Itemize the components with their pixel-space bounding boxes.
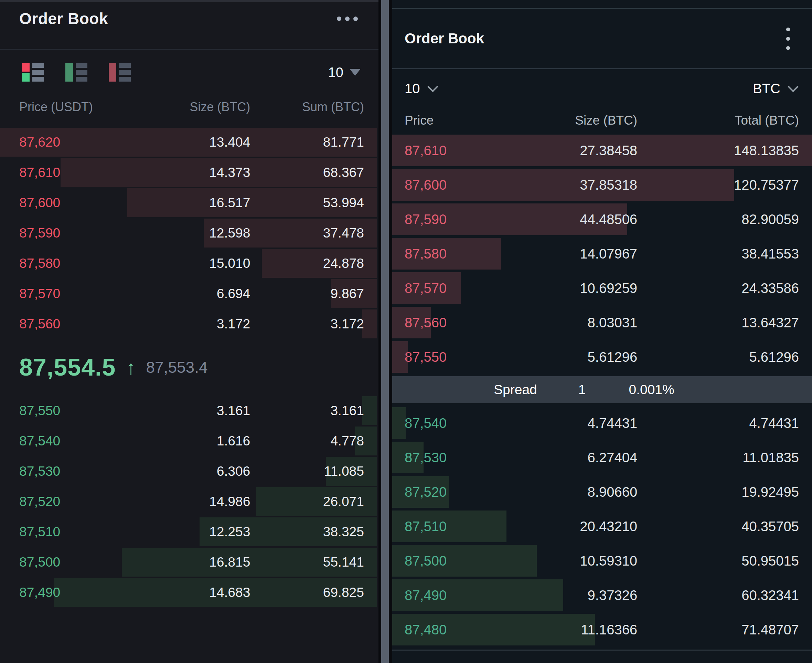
- ask-row[interactable]: 87,5603.1723.172: [0, 309, 378, 339]
- bid-row[interactable]: 87,5404.744314.74431: [392, 406, 812, 440]
- size-cell: 11.16366: [523, 622, 637, 637]
- sum-cell: 3.172: [250, 316, 364, 332]
- ask-row[interactable]: 87,62013.40481.771: [0, 127, 378, 157]
- spread-row: Spread 1 0.001%: [392, 376, 812, 403]
- price-cell: 87,570: [19, 286, 137, 301]
- both-view-bars: [32, 63, 44, 82]
- bid-row[interactable]: 87,4909.3732660.32341: [392, 578, 812, 613]
- ellipsis-horizontal-icon[interactable]: [337, 16, 358, 21]
- order-book-panel-right: Order Book 10 BTC Price Size (BTC) Total…: [392, 0, 812, 663]
- price-column-header: Price (USDT): [19, 100, 137, 114]
- ask-row[interactable]: 87,58015.01024.878: [0, 248, 378, 278]
- ask-row[interactable]: 87,60037.85318120.75377: [392, 168, 812, 202]
- right-panel-bottom-divider: [392, 650, 812, 651]
- left-asks-list: 87,62013.40481.77187,61014.37368.36787,6…: [0, 127, 378, 339]
- sum-cell: 71.48707: [637, 622, 799, 637]
- price-cell: 87,580: [19, 256, 137, 271]
- price-cell: 87,530: [19, 464, 137, 479]
- size-cell: 6.27404: [523, 450, 637, 466]
- size-cell: 16.517: [137, 195, 250, 210]
- sum-cell: 4.778: [250, 433, 364, 448]
- bid-row[interactable]: 87,50010.5931050.95015: [392, 543, 812, 578]
- bids-view-color-column: [65, 63, 73, 82]
- ask-row[interactable]: 87,59012.59837.478: [0, 218, 378, 248]
- sum-cell: 55.141: [250, 555, 364, 570]
- ask-row[interactable]: 87,5706.6949.867: [0, 278, 378, 309]
- price-cell: 87,560: [405, 315, 523, 330]
- ask-row[interactable]: 87,60016.51753.994: [0, 188, 378, 218]
- bid-row[interactable]: 87,51012.25338.325: [0, 517, 378, 547]
- sum-cell: 81.771: [250, 134, 364, 150]
- size-cell: 12.253: [137, 524, 250, 539]
- size-cell: 12.598: [137, 225, 250, 241]
- price-cell: 87,500: [19, 555, 137, 570]
- bid-row[interactable]: 87,48011.1636671.48707: [392, 613, 812, 647]
- book-both-sides-view-icon[interactable]: [22, 63, 39, 82]
- sum-cell: 50.95015: [637, 553, 799, 569]
- bid-row[interactable]: 87,5306.30611.085: [0, 456, 378, 487]
- price-cell: 87,480: [405, 622, 523, 637]
- spread-label: Spread: [494, 382, 537, 397]
- asks-view-color-column: [109, 63, 116, 82]
- price-cell: 87,490: [19, 585, 137, 600]
- sum-cell: 53.994: [250, 195, 364, 210]
- book-bids-only-view-icon[interactable]: [65, 63, 82, 82]
- bid-row[interactable]: 87,49014.68369.825: [0, 577, 378, 608]
- sum-cell: 24.878: [250, 256, 364, 271]
- sum-cell: 69.825: [250, 585, 364, 600]
- ask-row[interactable]: 87,5505.612965.61296: [392, 340, 812, 374]
- right-column-headers: Price Size (BTC) Total (BTC): [392, 108, 812, 133]
- ask-row[interactable]: 87,5608.0303113.64327: [392, 305, 812, 340]
- size-cell: 3.161: [137, 403, 250, 418]
- depth-level-dropdown[interactable]: 10: [405, 81, 437, 96]
- ask-row[interactable]: 87,61014.37368.367: [0, 157, 378, 188]
- bid-row[interactable]: 87,5208.9066019.92495: [392, 475, 812, 509]
- bid-row[interactable]: 87,52014.98626.071: [0, 487, 378, 517]
- bid-row[interactable]: 87,51020.4321040.35705: [392, 509, 812, 543]
- price-column-header: Price: [405, 113, 523, 128]
- ask-row[interactable]: 87,57010.6925924.33586: [392, 271, 812, 305]
- ask-row[interactable]: 87,58014.0796738.41553: [392, 236, 812, 271]
- right-panel-toolbar: 10 BTC: [392, 69, 812, 108]
- sum-cell: 19.92495: [637, 484, 799, 500]
- size-cell: 5.61296: [523, 349, 637, 365]
- size-cell: 37.85318: [523, 177, 637, 193]
- bid-row[interactable]: 87,5503.1613.161: [0, 396, 378, 426]
- sum-cell: 4.74431: [637, 416, 799, 431]
- size-cell: 4.74431: [523, 416, 637, 431]
- price-up-arrow-icon: ↑: [126, 356, 136, 378]
- size-cell: 10.69259: [523, 281, 637, 296]
- bid-row[interactable]: 87,50016.81555.141: [0, 547, 378, 577]
- ask-row[interactable]: 87,61027.38458148.13835: [392, 133, 812, 168]
- sum-column-header: Sum (BTC): [250, 100, 364, 114]
- right-asks-list: 87,61027.38458148.1383587,60037.85318120…: [392, 133, 812, 374]
- ellipsis-vertical-icon[interactable]: [786, 27, 790, 50]
- asset-unit-dropdown[interactable]: BTC: [753, 81, 797, 96]
- left-panel-header: Order Book: [0, 2, 378, 49]
- last-price-block[interactable]: 87,554.5 ↑ 87,553.4: [0, 339, 378, 396]
- bid-row[interactable]: 87,5306.2740411.01835: [392, 440, 812, 475]
- right-panel-header: Order Book: [392, 9, 812, 68]
- size-cell: 6.306: [137, 464, 250, 479]
- book-asks-only-view-icon[interactable]: [109, 63, 126, 82]
- size-column-header: Size (BTC): [523, 113, 637, 128]
- price-cell: 87,520: [19, 494, 137, 509]
- price-cell: 87,550: [405, 349, 523, 365]
- vertical-scrollbar[interactable]: [381, 0, 389, 663]
- asset-unit-value: BTC: [753, 81, 780, 96]
- sum-cell: 9.867: [250, 286, 364, 301]
- size-cell: 8.90660: [523, 484, 637, 500]
- size-cell: 9.37326: [523, 588, 637, 603]
- bid-row[interactable]: 87,5401.6164.778: [0, 426, 378, 456]
- price-cell: 87,580: [405, 246, 523, 262]
- sum-cell: 38.325: [250, 524, 364, 539]
- order-book-panel-left: Order Book 10 Price (USDT): [0, 0, 378, 663]
- depth-level-dropdown[interactable]: 10: [328, 65, 361, 80]
- size-cell: 14.373: [137, 165, 250, 180]
- sum-cell: 148.13835: [637, 143, 799, 158]
- depth-level-value: 10: [405, 81, 420, 96]
- right-bids-list: 87,5404.744314.7443187,5306.2740411.0183…: [392, 406, 812, 647]
- ask-row[interactable]: 87,59044.4850682.90059: [392, 202, 812, 236]
- price-cell: 87,520: [405, 484, 523, 500]
- sum-cell: 40.35705: [637, 519, 799, 534]
